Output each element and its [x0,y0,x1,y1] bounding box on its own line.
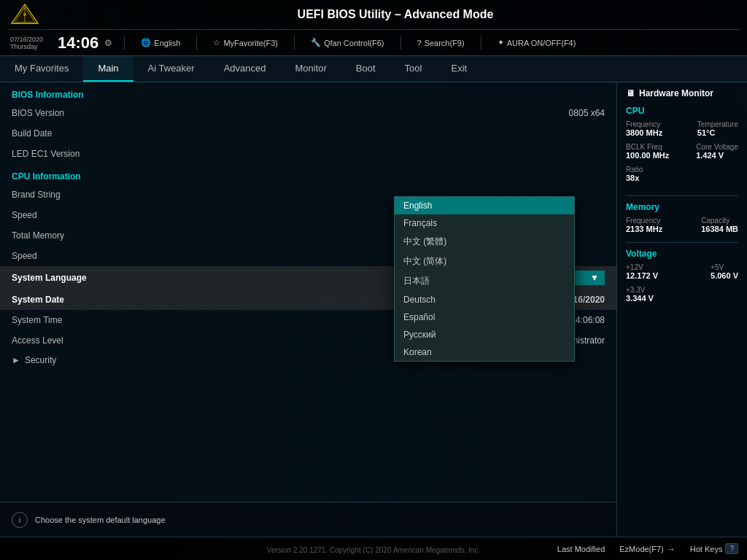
language-dropdown[interactable]: English Français 中文 (繁體) 中文 (简体) 日本語 Deu… [394,196,575,362]
search-button[interactable]: ? Search(F9) [413,37,469,49]
lang-option-zh-cn[interactable]: 中文 (简体) [395,252,574,271]
v5-group: +5V 5.060 V [711,263,738,280]
lang-option-francais[interactable]: Français [395,214,574,232]
page-title: UEFI BIOS Utility – Advanced Mode [51,8,740,21]
myfavorite-label: MyFavorite(F3) [223,39,278,47]
core-voltage-group: Core Voltage 1.424 V [696,143,738,160]
last-modified-label: Last Modified [557,545,605,553]
time-display: 14:06 [58,34,98,52]
ezmode-button[interactable]: EzMode(F7) → [619,544,676,554]
tab-tool[interactable]: Tool [390,56,437,82]
language-label: English [154,39,180,47]
tab-advanced[interactable]: Advanced [209,56,281,82]
ratio-group: Ratio 38x [626,166,738,187]
mem-capacity-group: Capacity 16384 MB [701,217,738,233]
mem-frequency-label: Frequency [626,217,662,225]
expand-arrow-icon: ► [12,355,20,365]
system-language-label: System Language [12,273,424,283]
ezmode-label: EzMode(F7) [619,545,664,553]
hw-monitor-title: 🖥 Hardware Monitor [626,88,738,98]
lang-option-korean[interactable]: Korean [395,343,574,361]
ezmode-arrow-icon: → [667,544,676,554]
v33-label: +3.3V [626,286,738,294]
settings-gear-icon[interactable]: ⚙ [104,38,112,48]
datetime-display: 07/16/2020 Thursday [10,36,43,50]
nav-tabs: My Favorites Main Ai Tweaker Advanced Mo… [0,56,747,82]
star-icon: ☆ [213,38,220,47]
lang-option-zh-tw[interactable]: 中文 (繁體) [395,232,574,252]
led-ec1-row: LED EC1 Version [0,144,616,164]
aura-label: AURA ON/OFF(F4) [507,39,576,47]
v5-label: +5V [711,263,738,271]
last-modified-button[interactable]: Last Modified [557,545,605,553]
mem-frequency-value: 2133 MHz [626,225,662,233]
divider2 [196,36,197,50]
divider3 [294,36,295,50]
tab-monitor[interactable]: Monitor [281,56,341,82]
divider5 [481,36,481,50]
core-voltage-value: 1.424 V [696,151,738,160]
lang-option-russian[interactable]: Русский [395,326,574,343]
hw-cpu-section: CPU Frequency 3800 MHz Temperature 51°C … [626,106,738,187]
aura-icon: ✦ [498,38,504,47]
bios-version-value: 0805 x64 [569,108,605,118]
main-panel: BIOS Information BIOS Version 0805 x64 B… [0,82,617,537]
search-label: Search(F9) [425,39,465,47]
hw-voltage-section: Voltage +12V 12.172 V +5V 5.060 V +3.3V … [626,249,738,307]
svg-point-4 [23,13,26,16]
language-button[interactable]: 🌐 English [136,36,185,49]
myfavorite-button[interactable]: ☆ MyFavorite(F3) [209,36,282,49]
ratio-label: Ratio [626,166,738,174]
mem-frequency-group: Frequency 2133 MHz [626,217,662,233]
system-time-value: 14:06:08 [570,315,605,325]
hotkeys-key-icon: ? [725,543,738,554]
fan-icon: 🔧 [311,38,321,47]
lang-option-deutsch[interactable]: Deutsch [395,291,574,308]
lang-option-espanol[interactable]: Español [395,308,574,326]
cpu-temp-label: Temperature [697,120,738,128]
hw-divider-2 [626,242,738,243]
info-bar: i Choose the system default language [0,502,616,537]
lang-option-japanese[interactable]: 日本語 [395,271,574,291]
divider [124,36,125,50]
v12-group: +12V 12.172 V [626,263,658,280]
led-ec1-label: LED EC1 Version [12,149,605,159]
qfan-button[interactable]: 🔧 Qfan Control(F6) [306,36,389,49]
hw-voltage-title: Voltage [626,249,738,259]
header: UEFI BIOS Utility – Advanced Mode 07/16/… [0,0,747,56]
build-date-label: Build Date [12,128,605,139]
info-icon: i [12,512,28,528]
hotkeys-button[interactable]: Hot Keys ? [690,543,738,554]
lang-option-english[interactable]: English [395,197,574,214]
tab-boot[interactable]: Boot [341,56,390,82]
bclk-group: BCLK Freq 100.00 MHz [626,143,669,160]
info-text: Choose the system default language [35,516,166,524]
cpu-temp-group: Temperature 51°C [697,120,738,137]
mem-capacity-label: Capacity [701,217,738,225]
hw-divider-1 [626,195,738,196]
tab-favorites[interactable]: My Favorites [0,56,83,82]
aura-button[interactable]: ✦ AURA ON/OFF(F4) [493,36,581,49]
ratio-value: 38x [626,174,738,182]
content-area: BIOS Information BIOS Version 0805 x64 B… [0,82,747,537]
v12-value: 12.172 V [626,271,658,280]
tab-main[interactable]: Main [83,56,133,82]
logo-icon [7,1,42,28]
build-date-row: Build Date [0,123,616,144]
bios-version-row: BIOS Version 0805 x64 [0,103,616,123]
hw-memory-title: Memory [626,202,738,212]
cpu-frequency-group: Frequency 3800 MHz [626,120,662,137]
tab-aitweaker[interactable]: Ai Tweaker [133,56,209,82]
qfan-label: Qfan Control(F6) [324,39,384,47]
settings-list: BIOS Information BIOS Version 0805 x64 B… [0,82,616,502]
v12-label: +12V [626,263,658,271]
search-icon: ? [417,39,422,47]
hw-cpu-title: CPU [626,106,738,116]
cpu-frequency-label: Frequency [626,120,662,128]
hw-memory-section: Memory Frequency 2133 MHz Capacity 16384… [626,202,738,233]
bclk-value: 100.00 MHz [626,151,669,160]
tab-exit[interactable]: Exit [436,56,481,82]
security-label: Security [25,355,56,365]
hotkeys-label: Hot Keys [690,545,723,553]
hardware-monitor-panel: 🖥 Hardware Monitor CPU Frequency 3800 MH… [617,82,747,537]
